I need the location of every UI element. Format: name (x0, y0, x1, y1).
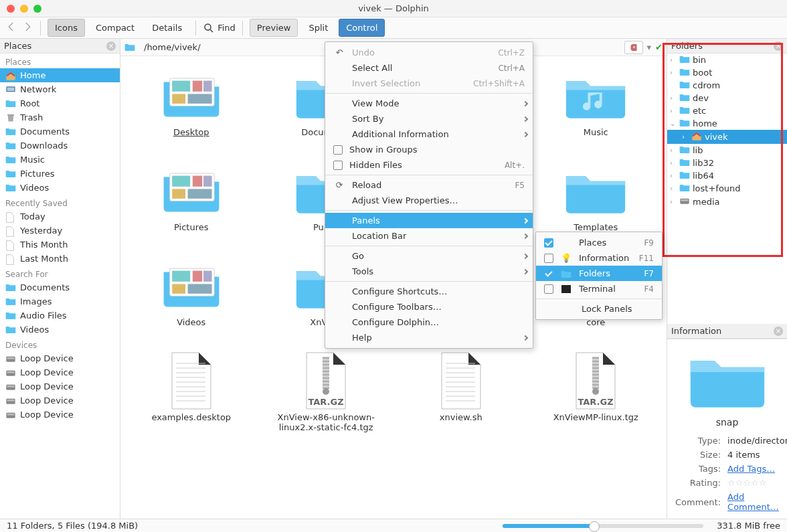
chevron-right-icon[interactable]: › (670, 94, 677, 102)
back-button[interactable] (5, 21, 17, 35)
sidebar-item-images[interactable]: Images (0, 294, 120, 308)
view-compact-button[interactable]: Compact (89, 19, 141, 36)
menu-item-configure-shortcuts-[interactable]: Configure Shortcuts… (325, 284, 533, 299)
split-button[interactable]: Split (302, 19, 335, 36)
chevron-down-icon[interactable]: ▾ (647, 42, 652, 52)
sidebar-item-network[interactable]: Network (0, 82, 120, 96)
sidebar-item-last-month[interactable]: Last Month (0, 252, 120, 266)
chevron-right-icon[interactable]: › (670, 107, 677, 114)
sidebar-item-loop-device[interactable]: Loop Device (0, 379, 120, 393)
rating-stars[interactable]: ☆☆☆☆☆ (725, 476, 787, 489)
tree-item-bin[interactable]: ›bin (667, 54, 787, 66)
menu-item-show-in-groups[interactable]: Show in Groups (325, 142, 533, 157)
chevron-right-icon[interactable]: › (670, 147, 677, 154)
sidebar-item-loop-device[interactable]: Loop Device (0, 393, 120, 408)
location-clear[interactable] (624, 41, 643, 54)
menu-item-configure-dolphin-[interactable]: Configure Dolphin… (325, 315, 533, 330)
chevron-right-icon[interactable]: › (682, 133, 689, 141)
grid-item[interactable]: xnview.sh (404, 355, 518, 433)
close-icon[interactable]: × (774, 41, 783, 51)
sidebar-item-this-month[interactable]: This Month (0, 238, 120, 252)
sidebar-item-pictures[interactable]: Pictures (0, 167, 120, 181)
menu-item-folders[interactable]: FoldersF7 (536, 266, 662, 281)
maximize-window-button[interactable] (33, 5, 41, 13)
chevron-right-icon[interactable]: › (670, 185, 677, 192)
grid-item[interactable]: TAR.GZXnView-x86-unknown-linux2.x-static… (269, 355, 383, 433)
tree-item-lost+found[interactable]: ›lost+found (667, 182, 787, 195)
find-button[interactable]: Find (203, 22, 236, 34)
chevron-right-icon[interactable]: › (670, 198, 677, 205)
close-window-button[interactable] (7, 5, 15, 13)
tree-item-lib32[interactable]: ›lib32 (667, 157, 787, 169)
sidebar-item-documents[interactable]: Documents (0, 280, 120, 294)
chevron-right-icon[interactable]: › (670, 159, 677, 167)
menu-item-places[interactable]: PlacesF9 (536, 235, 662, 250)
sidebar-item-root[interactable]: Root (0, 96, 120, 110)
close-icon[interactable]: × (774, 327, 783, 336)
sidebar-item-loop-device[interactable]: Loop Device (0, 408, 120, 422)
tree-item-dev[interactable]: ›dev (667, 92, 787, 104)
tree-item-home[interactable]: ⌄home (667, 117, 787, 130)
add-tags-link[interactable]: Add Tags… (727, 464, 775, 474)
chevron-right-icon[interactable]: › (670, 69, 677, 76)
sidebar-item-loop-device[interactable]: Loop Device (0, 365, 120, 379)
tree-item-lib[interactable]: ›lib (667, 144, 787, 157)
grid-item[interactable]: Music (539, 70, 652, 138)
menu-item-adjust-view-properties-[interactable]: Adjust View Properties… (325, 193, 533, 208)
menu-item-hidden-files[interactable]: Hidden FilesAlt+. (325, 157, 533, 173)
sidebar-item-documents[interactable]: Documents (0, 124, 120, 139)
add-comment-link[interactable]: Add Comment… (727, 492, 779, 512)
menu-item-select-all[interactable]: Select AllCtrl+A (325, 60, 533, 76)
chevron-right-icon[interactable]: › (670, 56, 677, 64)
sidebar-item-videos[interactable]: Videos (0, 323, 120, 337)
menu-item-go[interactable]: Go (325, 248, 533, 264)
preview-button[interactable]: Preview (250, 19, 298, 37)
sidebar-item-yesterday[interactable]: Yesterday (0, 224, 120, 238)
grid-item[interactable]: Videos (135, 260, 248, 328)
grid-item[interactable]: Desktop (135, 70, 248, 138)
sidebar-item-today[interactable]: Today (0, 209, 120, 224)
chevron-right-icon[interactable]: › (670, 172, 677, 179)
zoom-slider[interactable] (503, 524, 703, 528)
sidebar-item-audio-files[interactable]: Audio Files (0, 308, 120, 323)
tree-item-boot[interactable]: ›boot (667, 66, 787, 79)
menu-item-panels[interactable]: Panels (325, 213, 533, 228)
forward-button[interactable] (21, 21, 33, 35)
places-panel: Places × PlacesHomeNetworkRootTrashDocum… (0, 39, 120, 519)
sidebar-item-home[interactable]: Home (0, 68, 120, 82)
tree-item-media[interactable]: ›media (667, 195, 787, 209)
grid-item[interactable]: Pictures (135, 165, 248, 233)
menu-item-information[interactable]: 💡InformationF11 (536, 250, 662, 266)
view-icons-button[interactable]: Icons (48, 19, 85, 37)
close-icon[interactable]: × (106, 41, 116, 51)
item-icon (5, 410, 16, 420)
check-icon[interactable]: ✔ (655, 42, 663, 52)
sidebar-item-downloads[interactable]: Downloads (0, 139, 120, 153)
menu-item-help[interactable]: Help (325, 330, 533, 345)
chevron-down-icon[interactable]: ⌄ (670, 120, 677, 127)
menu-item-terminal[interactable]: TerminalF4 (536, 281, 662, 296)
menu-item-configure-toolbars-[interactable]: Configure Toolbars… (325, 299, 533, 315)
sidebar-item-videos[interactable]: Videos (0, 181, 120, 195)
grid-item[interactable]: TAR.GZXnViewMP-linux.tgz (539, 355, 652, 433)
tree-item-etc[interactable]: ›etc (667, 104, 787, 117)
menu-item-tools[interactable]: Tools (325, 264, 533, 279)
menu-item-sort-by[interactable]: Sort By (325, 111, 533, 126)
menu-item-reload[interactable]: ⟳ReloadF5 (325, 177, 533, 193)
view-details-button[interactable]: Details (145, 19, 189, 36)
control-button[interactable]: Control (339, 19, 385, 37)
svg-rect-18 (172, 94, 185, 103)
tree-item-lib64[interactable]: ›lib64 (667, 169, 787, 182)
menu-item-additional-information[interactable]: Additional Information (325, 126, 533, 142)
sidebar-item-trash[interactable]: Trash (0, 110, 120, 124)
menu-item-location-bar[interactable]: Location Bar (325, 228, 533, 244)
sidebar-item-loop-device[interactable]: Loop Device (0, 351, 120, 365)
minimize-window-button[interactable] (20, 5, 28, 13)
grid-item[interactable]: examples.desktop (135, 355, 248, 433)
tree-item-vivek[interactable]: ›vivek (667, 130, 787, 144)
menu-item-view-mode[interactable]: View Mode (325, 96, 533, 111)
sidebar-item-music[interactable]: Music (0, 153, 120, 167)
grid-item[interactable]: Templates (539, 165, 652, 233)
menu-item-lock-panels[interactable]: Lock Panels (536, 301, 662, 317)
tree-item-cdrom[interactable]: cdrom (667, 79, 787, 92)
